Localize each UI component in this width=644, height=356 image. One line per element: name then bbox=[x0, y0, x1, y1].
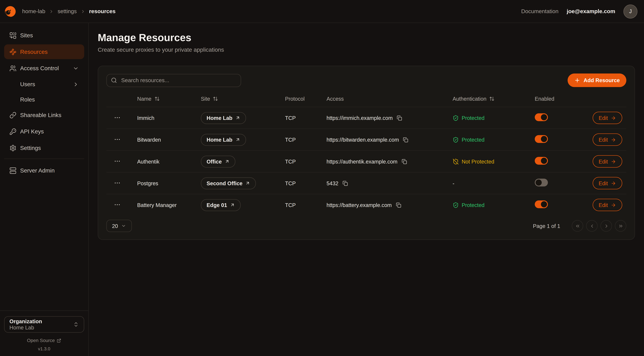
copy-button[interactable] bbox=[395, 202, 402, 208]
auth-status: Protected bbox=[452, 115, 535, 121]
site-badge[interactable]: Home Lab bbox=[201, 134, 246, 146]
sort-icon[interactable] bbox=[213, 96, 218, 101]
enabled-toggle[interactable] bbox=[535, 179, 548, 186]
chevron-down-icon bbox=[73, 65, 79, 71]
sidebar-item-server-admin[interactable]: Server Admin bbox=[4, 163, 84, 178]
arrow-up-right-icon bbox=[224, 159, 230, 164]
edit-button[interactable]: Edit bbox=[592, 155, 622, 168]
topbar: home-lab settings resources Documentatio… bbox=[0, 0, 644, 23]
site-badge[interactable]: Second Office bbox=[201, 177, 256, 189]
avatar[interactable]: J bbox=[624, 4, 638, 18]
row-menu-button[interactable] bbox=[113, 136, 121, 143]
avatar-initial: J bbox=[629, 8, 632, 14]
enabled-toggle[interactable] bbox=[535, 135, 548, 143]
chevron-right-icon bbox=[80, 9, 86, 14]
add-resource-button[interactable]: Add Resource bbox=[568, 74, 626, 87]
breadcrumb-current: resources bbox=[89, 8, 116, 14]
enabled-toggle[interactable] bbox=[535, 200, 548, 208]
sidebar-item-access-control[interactable]: Access Control bbox=[4, 61, 84, 76]
next-page-button[interactable] bbox=[600, 220, 612, 232]
main-content: Manage Resources Create secure proxies t… bbox=[89, 23, 644, 356]
arrow-up-right-icon bbox=[246, 181, 250, 186]
sidebar-item-resources[interactable]: Resources bbox=[4, 44, 84, 59]
auth-status: Protected bbox=[452, 136, 535, 143]
plus-icon bbox=[574, 77, 580, 83]
column-label: Enabled bbox=[535, 96, 554, 102]
copy-button[interactable] bbox=[396, 115, 402, 121]
sidebar-item-roles[interactable]: Roles bbox=[4, 92, 84, 106]
chevrons-right-icon bbox=[618, 223, 623, 228]
table-body: Immich Home Lab TCP https://immich.examp… bbox=[106, 107, 626, 216]
sidebar-item-label: Server Admin bbox=[20, 167, 55, 174]
copy-button[interactable] bbox=[402, 136, 409, 143]
site-badge-label: Second Office bbox=[206, 180, 242, 186]
sidebar-item-api-keys[interactable]: API Keys bbox=[4, 124, 84, 139]
key-icon bbox=[10, 128, 16, 135]
site-badge[interactable]: Office bbox=[201, 156, 235, 168]
edit-button[interactable]: Edit bbox=[592, 199, 622, 211]
breadcrumb-org[interactable]: home-lab bbox=[22, 8, 45, 14]
last-page-button[interactable] bbox=[615, 220, 626, 232]
open-source-link[interactable]: Open Source bbox=[4, 338, 84, 343]
toggle-knob bbox=[541, 158, 547, 164]
page-size-select[interactable]: 20 bbox=[106, 220, 132, 232]
copy-icon bbox=[403, 137, 408, 142]
sidebar-item-label: Settings bbox=[20, 144, 41, 151]
ellipsis-icon bbox=[114, 115, 120, 121]
column-protocol: Protocol bbox=[285, 96, 326, 102]
edit-button[interactable]: Edit bbox=[592, 177, 622, 190]
edit-button[interactable]: Edit bbox=[592, 134, 622, 146]
link-icon bbox=[10, 112, 16, 118]
site-badge-label: Home Lab bbox=[206, 115, 232, 121]
sidebar-item-sites[interactable]: Sites bbox=[4, 28, 84, 43]
breadcrumb: home-lab settings resources bbox=[22, 8, 116, 14]
user-email[interactable]: joe@example.com bbox=[567, 8, 615, 14]
column-label: Authentication bbox=[452, 96, 486, 102]
chevron-down-icon bbox=[121, 223, 126, 228]
arrow-up-right-icon bbox=[235, 116, 240, 120]
org-selector-title: Organization bbox=[10, 318, 42, 324]
search-box bbox=[106, 74, 241, 87]
shield-check-icon bbox=[452, 115, 459, 121]
table-row: Postgres Second Office TCP 5432 - bbox=[106, 172, 626, 194]
row-menu-button[interactable] bbox=[113, 114, 121, 122]
edit-label: Edit bbox=[598, 136, 608, 143]
org-selector[interactable]: Organization Home Lab bbox=[4, 316, 84, 333]
row-menu-button[interactable] bbox=[113, 157, 121, 165]
table-header: Name Site Protocol bbox=[106, 90, 626, 107]
breadcrumb-settings[interactable]: settings bbox=[58, 8, 77, 14]
app-root: home-lab settings resources Documentatio… bbox=[0, 0, 644, 356]
copy-button[interactable] bbox=[342, 180, 348, 186]
page-subtitle: Create secure proxies to your private ap… bbox=[98, 46, 635, 54]
sidebar-item-users[interactable]: Users bbox=[4, 77, 84, 91]
auth-label: Not Protected bbox=[462, 158, 494, 164]
arrow-right-icon bbox=[611, 202, 616, 208]
first-page-button[interactable] bbox=[572, 220, 583, 232]
site-badge[interactable]: Edge 01 bbox=[201, 199, 240, 211]
chevron-right-icon bbox=[604, 223, 609, 228]
search-input[interactable] bbox=[120, 77, 236, 84]
users-icon bbox=[10, 65, 16, 72]
chevron-right-icon bbox=[73, 81, 79, 87]
site-badge[interactable]: Home Lab bbox=[201, 112, 246, 124]
sidebar-item-shareable-links[interactable]: Shareable Links bbox=[4, 108, 84, 122]
documentation-link[interactable]: Documentation bbox=[521, 8, 558, 14]
open-source-label: Open Source bbox=[27, 338, 55, 343]
sidebar: Sites Resources Access Control Users bbox=[0, 23, 89, 356]
enabled-toggle[interactable] bbox=[535, 113, 548, 121]
sidebar-item-settings[interactable]: Settings bbox=[4, 140, 84, 155]
copy-button[interactable] bbox=[401, 158, 407, 164]
enabled-toggle[interactable] bbox=[535, 157, 548, 165]
row-menu-button[interactable] bbox=[113, 201, 121, 208]
row-menu-button[interactable] bbox=[113, 179, 121, 187]
sort-icon[interactable] bbox=[154, 96, 160, 101]
edit-button[interactable]: Edit bbox=[592, 112, 622, 124]
add-resource-label: Add Resource bbox=[584, 77, 620, 83]
pangolin-logo-icon[interactable] bbox=[4, 5, 16, 18]
toggle-knob bbox=[541, 201, 547, 208]
shield-check-icon bbox=[452, 136, 459, 143]
prev-page-button[interactable] bbox=[586, 220, 598, 232]
sort-icon[interactable] bbox=[489, 96, 495, 101]
row-protocol: TCP bbox=[285, 158, 326, 164]
column-access: Access bbox=[326, 96, 452, 102]
